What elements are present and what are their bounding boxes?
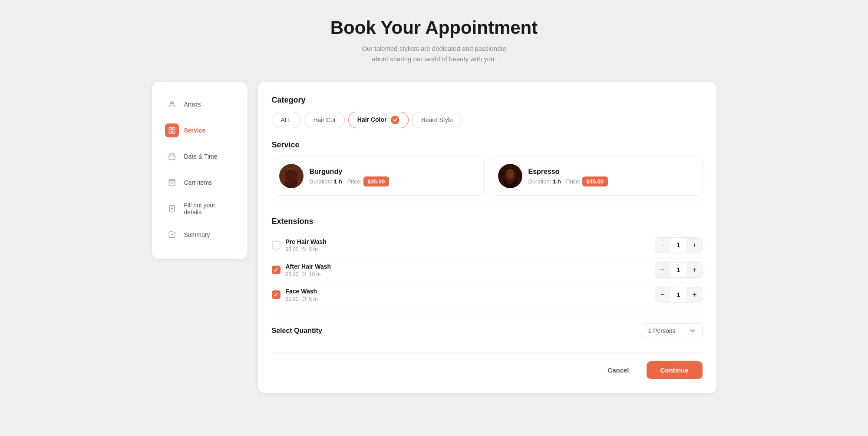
select-quantity-label: Select Quantity: [272, 327, 322, 335]
tab-haircut[interactable]: Hair Cut: [304, 112, 344, 128]
calendar-icon: [165, 150, 179, 163]
sidebar-item-artists[interactable]: Artists: [159, 92, 241, 116]
face-wash-qty-control: − 1 +: [655, 287, 703, 303]
svg-rect-3: [172, 127, 175, 130]
svg-point-1: [172, 102, 174, 104]
after-hair-wash-qty-decrease[interactable]: −: [655, 263, 670, 277]
continue-button[interactable]: Continue: [647, 361, 703, 379]
after-hair-wash-checkbox[interactable]: [272, 266, 281, 274]
after-hair-wash-qty-value: 1: [670, 263, 687, 277]
after-hair-wash-name: After Hair Wash: [286, 263, 331, 270]
extension-after-hair-wash: After Hair Wash $5.00 ⏱ 10 m − 1 +: [272, 258, 703, 283]
pre-hair-wash-checkbox[interactable]: [272, 241, 281, 250]
espresso-meta: Duration: 1 h Price: $35.00: [528, 178, 695, 185]
tab-all[interactable]: ALL: [272, 112, 301, 128]
cart-icon: [165, 176, 179, 190]
main-layout: Artists Service: [152, 82, 716, 393]
sidebar-label-details: Fill out your details: [184, 202, 234, 216]
sidebar: Artists Service: [152, 82, 248, 259]
burgundy-meta: Duration: 1 h Price: $35.00: [310, 178, 476, 185]
svg-rect-6: [169, 154, 175, 160]
sidebar-item-datetime[interactable]: Date & Time: [159, 144, 241, 169]
pre-hair-wash-qty-decrease[interactable]: −: [655, 238, 670, 253]
cancel-button[interactable]: Cancel: [595, 361, 641, 379]
face-wash-checkbox[interactable]: [272, 290, 281, 299]
burgundy-price: $35.00: [363, 176, 389, 186]
extensions-list: Pre Hair Wash $3.00 ⏱ 5 m − 1 +: [272, 233, 703, 307]
extensions-title: Extensions: [272, 217, 703, 226]
sidebar-item-summary[interactable]: Summary: [159, 223, 241, 247]
service-card-espresso[interactable]: Espresso Duration: 1 h Price: $35.00: [491, 156, 703, 196]
service-grid: Burgundy Duration: 1 h Price: $35.00: [272, 156, 703, 196]
page-header: Book Your Appointment Our talented styli…: [330, 17, 538, 64]
burgundy-info: Burgundy Duration: 1 h Price: $35.00: [310, 168, 476, 185]
face-wash-qty-value: 1: [670, 287, 687, 302]
extension-pre-hair-wash: Pre Hair Wash $3.00 ⏱ 5 m − 1 +: [272, 233, 703, 258]
sidebar-item-service[interactable]: Service: [159, 118, 241, 143]
svg-rect-4: [169, 131, 171, 133]
category-tabs: ALL Hair Cut Hair Color Beard Style: [272, 112, 703, 128]
sidebar-label-artists: Artists: [184, 101, 201, 108]
pre-hair-wash-qty-value: 1: [670, 238, 687, 253]
espresso-price: $35.00: [582, 176, 608, 186]
sidebar-label-service: Service: [184, 127, 206, 134]
pre-hair-wash-name: Pre Hair Wash: [286, 238, 327, 245]
sidebar-item-details[interactable]: Fill out your details: [159, 196, 241, 221]
sidebar-item-cart[interactable]: Cart Items: [159, 170, 241, 195]
after-hair-wash-qty-increase[interactable]: +: [687, 263, 702, 277]
summary-icon: [165, 228, 179, 242]
form-icon: [165, 202, 179, 216]
face-wash-qty-increase[interactable]: +: [687, 287, 702, 302]
tab-haircolor[interactable]: Hair Color: [348, 112, 409, 128]
page-title: Book Your Appointment: [330, 17, 538, 38]
burgundy-avatar: [279, 164, 304, 188]
page-subtitle: Our talented stylists are dedicated and …: [330, 43, 538, 64]
haircolor-check-icon: [391, 116, 399, 124]
tab-beardstyle[interactable]: Beard Style: [412, 112, 462, 128]
artists-icon: [165, 97, 179, 111]
extension-face-wash: Face Wash $2.00 ⏱ 5 m − 1 +: [272, 283, 703, 307]
select-quantity-row: Select Quantity 1 Persons: [272, 316, 703, 338]
category-title: Category: [272, 96, 703, 105]
espresso-info: Espresso Duration: 1 h Price: $35.00: [528, 168, 695, 185]
footer-buttons: Cancel Continue: [272, 352, 703, 379]
sidebar-label-datetime: Date & Time: [184, 153, 218, 160]
sidebar-label-summary: Summary: [184, 231, 210, 238]
chevron-down-icon: [689, 327, 696, 334]
svg-rect-5: [172, 131, 175, 133]
burgundy-name: Burgundy: [310, 168, 476, 176]
service-icon: [165, 123, 179, 137]
face-wash-name: Face Wash: [286, 288, 318, 295]
svg-rect-2: [169, 127, 171, 130]
main-content: Category ALL Hair Cut Hair Color Beard S…: [258, 82, 716, 393]
extensions-section: Extensions Pre Hair Wash $3.00 ⏱ 5 m: [272, 208, 703, 338]
face-wash-qty-decrease[interactable]: −: [655, 287, 670, 302]
espresso-name: Espresso: [528, 168, 695, 176]
pre-hair-wash-qty-control: − 1 +: [655, 237, 703, 253]
espresso-avatar: [498, 164, 522, 188]
persons-select[interactable]: 1 Persons: [642, 323, 703, 338]
pre-hair-wash-qty-increase[interactable]: +: [687, 238, 702, 253]
sidebar-label-cart: Cart Items: [184, 179, 212, 186]
service-section-title: Service: [272, 140, 703, 150]
service-card-burgundy[interactable]: Burgundy Duration: 1 h Price: $35.00: [272, 156, 484, 196]
after-hair-wash-qty-control: − 1 +: [655, 262, 703, 278]
